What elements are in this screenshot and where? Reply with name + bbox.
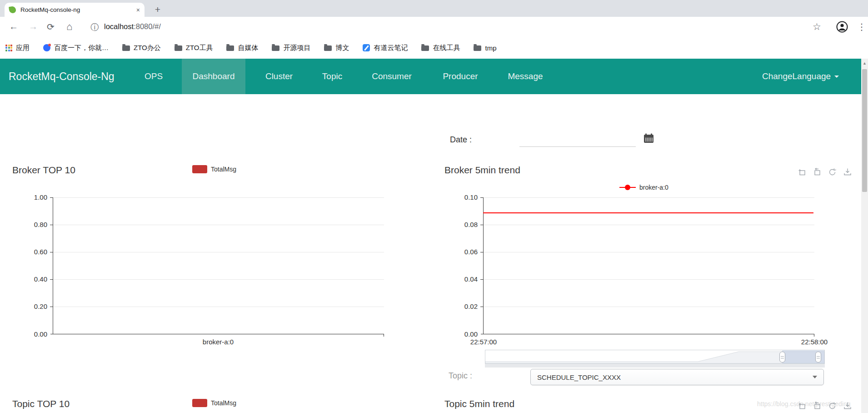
folder-icon: [175, 45, 182, 51]
bookmark-label: 有道云笔记: [374, 44, 408, 52]
nav-item-producer[interactable]: Producer: [443, 59, 478, 94]
legend-dot-marker: [625, 185, 630, 190]
bookmark-label: 百度一下，你就…: [54, 44, 109, 52]
chart-toolbox: [798, 168, 852, 176]
apps-grid-icon: [5, 45, 12, 51]
calendar-icon[interactable]: [644, 133, 654, 145]
broker-trend-legend[interactable]: broker-a:0: [619, 183, 668, 191]
x-category-label: broker-a:0: [182, 338, 254, 346]
gridline: [53, 307, 384, 307]
x-axis-tick: [384, 334, 384, 337]
zoom-reset-icon[interactable]: [813, 168, 821, 176]
restore-icon[interactable]: [828, 402, 837, 410]
bookmark-folder-media[interactable]: 自媒体: [226, 44, 258, 52]
legend-label: TotalMsg: [211, 166, 236, 173]
bookmark-folder-online-tools[interactable]: 在线工具: [421, 44, 460, 52]
series-line-broker-a0: [483, 212, 813, 213]
chrome-menu-icon[interactable]: ⋮: [857, 21, 866, 32]
bookmarks-bar: 应用 百度一下，你就… ZTO办公 ZTO工具 自媒体 开源项目: [0, 37, 868, 58]
bookmark-youdao[interactable]: 有道云笔记: [363, 44, 408, 52]
broker-top10-legend[interactable]: TotalMsg: [192, 165, 236, 173]
legend-label: TotalMsg: [211, 399, 236, 407]
nav-item-message[interactable]: Message: [508, 59, 543, 94]
topic-select[interactable]: SCHEDULE_TOPIC_XXXX: [530, 369, 824, 385]
x-axis: [50, 334, 384, 334]
y-tick-label: 0.02: [458, 302, 478, 310]
gridline: [53, 225, 384, 225]
bookmark-star-icon[interactable]: ☆: [813, 21, 821, 32]
nav-item-topic[interactable]: Topic: [322, 59, 342, 94]
gridline: [484, 279, 814, 280]
nav-item-cluster[interactable]: Cluster: [265, 59, 293, 94]
bookmark-folder-opensource[interactable]: 开源项目: [272, 44, 310, 52]
new-tab-button[interactable]: +: [151, 3, 165, 16]
forward-icon[interactable]: →: [29, 21, 38, 32]
app-brand[interactable]: RocketMq-Console-Ng: [9, 59, 115, 94]
folder-icon: [226, 45, 234, 51]
bookmark-folder-zto-office[interactable]: ZTO办公: [122, 44, 161, 52]
browser-window: RocketMq-console-ng × + ← → ⟳ ⌂ ⓘ localh…: [0, 0, 868, 413]
back-icon[interactable]: ←: [9, 21, 18, 32]
bookmark-label: 开源项目: [283, 44, 310, 52]
nav-item-label: Dashboard: [193, 71, 235, 81]
y-tick-label: 0.04: [458, 275, 478, 283]
gridline: [484, 225, 814, 225]
nav-item-consumer[interactable]: Consumer: [372, 59, 412, 94]
broker-trend-title: Broker 5min trend: [444, 165, 520, 176]
tab-close-icon[interactable]: ×: [136, 6, 140, 14]
datazoom-handle-left[interactable]: [779, 352, 785, 363]
bookmark-label: 博文: [335, 44, 349, 52]
zoom-select-icon[interactable]: [798, 402, 806, 410]
zoom-reset-icon[interactable]: [813, 402, 821, 410]
legend-line-marker: [619, 187, 636, 188]
site-info-icon[interactable]: ⓘ: [90, 22, 99, 33]
save-image-icon[interactable]: [843, 168, 852, 176]
bookmark-folder-zto-tools[interactable]: ZTO工具: [175, 44, 213, 52]
url-host: localhost: [104, 22, 134, 31]
bookmark-folder-tmp[interactable]: tmp: [474, 44, 496, 52]
save-image-icon[interactable]: [843, 402, 852, 410]
restore-icon[interactable]: [828, 168, 837, 176]
topic-top10-legend[interactable]: TotalMsg: [192, 399, 236, 407]
y-tick: [50, 225, 53, 225]
gridline: [53, 252, 384, 252]
y-axis: [483, 197, 484, 334]
url-field[interactable]: localhost :8080/#/: [104, 22, 161, 31]
bookmark-folder-blog[interactable]: 博文: [324, 44, 349, 52]
nav-item-dashboard[interactable]: Dashboard: [182, 59, 245, 94]
x-tick-label: 22:58:00: [797, 338, 832, 346]
bookmark-apps[interactable]: 应用: [5, 44, 30, 52]
y-tick-label: 0.10: [458, 193, 478, 201]
profile-avatar-icon[interactable]: [836, 21, 848, 35]
change-language-label: ChangeLanguage: [762, 71, 831, 81]
tab-strip: RocketMq-console-ng × +: [0, 0, 868, 17]
y-tick-label: 1.00: [27, 193, 47, 201]
zoom-select-icon[interactable]: [798, 168, 806, 176]
nav-item-ops[interactable]: OPS: [145, 59, 163, 94]
scrollbar-thumb[interactable]: [862, 69, 867, 192]
gridline: [484, 307, 814, 307]
change-language-dropdown[interactable]: ChangeLanguage: [762, 59, 839, 94]
y-tick: [480, 252, 483, 252]
bookmark-label: tmp: [485, 44, 496, 52]
home-icon[interactable]: ⌂: [66, 21, 72, 33]
scrollbar-up-icon[interactable]: ▲: [861, 59, 868, 65]
topic-label: Topic :: [449, 371, 472, 381]
youdao-note-icon: [363, 44, 370, 51]
y-tick-label: 0.06: [458, 248, 478, 256]
bookmark-label: ZTO办公: [134, 44, 161, 52]
date-input[interactable]: [519, 136, 636, 147]
tab-title: RocketMq-console-ng: [20, 6, 134, 13]
x-axis-tick: [814, 334, 814, 337]
x-axis: [481, 334, 814, 334]
y-tick: [50, 307, 53, 307]
bookmark-baidu[interactable]: 百度一下，你就…: [43, 44, 109, 52]
datazoom-handle-right[interactable]: [815, 352, 821, 363]
gridline: [484, 197, 814, 198]
folder-icon: [421, 45, 429, 51]
y-tick: [480, 279, 483, 280]
datazoom-slider[interactable]: [485, 350, 825, 364]
browser-tab[interactable]: RocketMq-console-ng ×: [5, 3, 145, 17]
reload-icon[interactable]: ⟳: [47, 21, 55, 32]
chevron-down-icon: [834, 76, 839, 78]
